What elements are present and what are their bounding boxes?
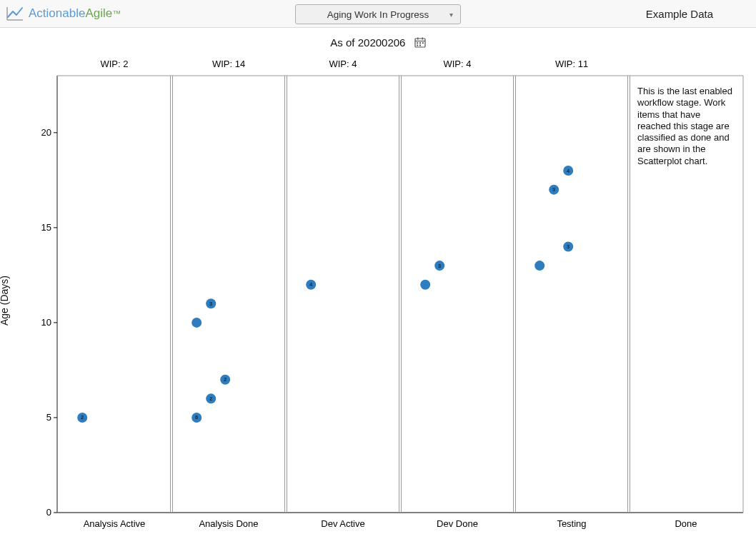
y-tick-label: 15 [41,222,51,233]
svg-point-45 [534,261,544,271]
column-label: Analysis Active [84,518,146,529]
svg-text:2: 2 [81,414,84,420]
svg-rect-7 [417,38,419,40]
aging-dot[interactable]: 3 [549,185,559,195]
aging-dot[interactable]: 3 [434,261,444,271]
aging-dot[interactable] [192,318,202,328]
chevron-down-icon: ▾ [449,11,453,19]
brand: ActionableAgile™ [0,6,121,21]
y-axis-label: Age (Days) [0,276,10,326]
svg-text:3: 3 [567,243,570,250]
aging-wip-chart: 05101520WIP: 2Analysis ActiveWIP: 14Anal… [0,56,756,534]
svg-text:2: 2 [224,376,227,383]
aging-dot[interactable] [534,261,544,271]
aging-dot[interactable]: 3 [563,242,573,252]
svg-rect-5 [417,45,418,46]
aging-dot[interactable]: 6 [192,413,202,423]
svg-text:3: 3 [438,263,441,269]
aging-dot[interactable]: 2 [77,413,87,423]
svg-rect-8 [422,38,423,40]
svg-rect-6 [419,45,421,46]
svg-text:2: 2 [209,396,212,402]
svg-text:3: 3 [209,301,212,307]
column-label: Testing [557,518,586,529]
brand-text-2: Agile [85,6,112,21]
top-bar: ActionableAgile™ Aging Work In Progress … [0,0,756,28]
done-stage-note: This is the last enabled workflow stage.… [637,86,735,167]
aging-dot[interactable]: 2 [206,393,216,403]
column-label: Done [675,518,697,529]
aging-dot[interactable]: 4 [306,280,316,290]
y-tick-label: 20 [41,127,51,138]
column-label: Dev Done [437,518,478,529]
wip-label: WIP: 14 [212,59,245,69]
svg-point-37 [192,318,202,328]
aging-dot[interactable]: 2 [220,375,230,385]
chart-area: Age (Days) 05101520WIP: 2Analysis Active… [0,56,756,534]
y-tick-label: 5 [46,412,51,423]
as-of-row: As of 20200206 [0,36,756,50]
calendar-icon[interactable] [414,37,426,50]
svg-rect-3 [419,42,421,44]
as-of-label: As of 20200206 [330,36,405,49]
wip-label: WIP: 4 [443,59,471,69]
column-label: Dev Active [321,518,364,529]
aging-dot[interactable] [420,280,430,290]
brand-logo-icon [6,6,24,21]
svg-rect-2 [417,42,418,44]
chart-type-dropdown[interactable]: Aging Work In Progress ▾ [295,4,461,24]
aging-dot[interactable]: 3 [206,298,216,308]
dataset-name: Example Data [646,8,713,20]
y-tick-label: 0 [46,507,51,518]
svg-rect-4 [422,42,423,44]
brand-tm: ™ [112,9,121,19]
brand-text-1: Actionable [29,6,85,21]
wip-label: WIP: 2 [100,59,128,69]
y-tick-label: 10 [41,317,51,328]
wip-label: WIP: 4 [329,59,357,69]
svg-text:3: 3 [552,186,555,193]
svg-text:6: 6 [195,414,198,420]
chart-type-label: Aging Work In Progress [327,9,429,20]
column-label: Analysis Done [199,518,258,529]
aging-dot[interactable]: 4 [563,166,573,176]
svg-point-42 [420,280,430,290]
wip-label: WIP: 11 [555,59,588,69]
